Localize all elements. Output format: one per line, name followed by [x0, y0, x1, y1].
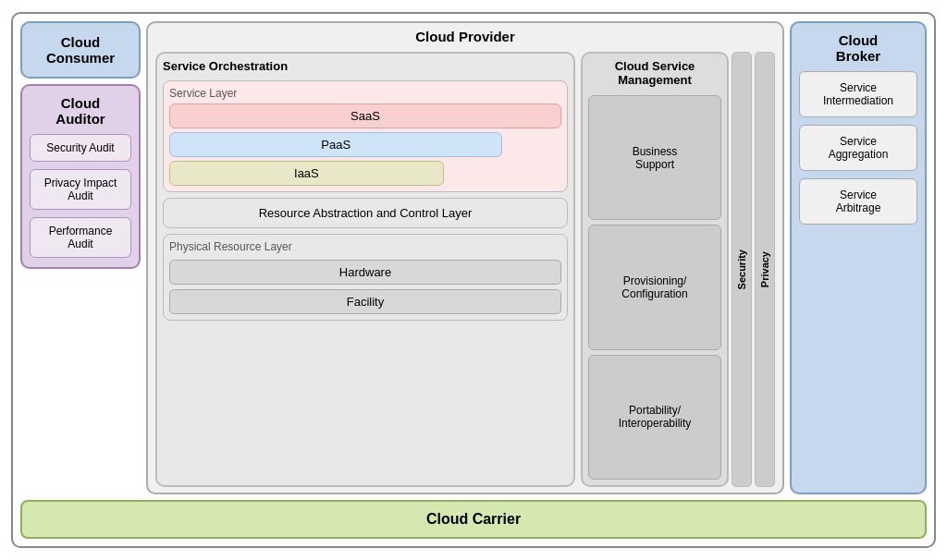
- left-column: CloudConsumer CloudAuditor Security Audi…: [20, 21, 141, 494]
- service-layer-box: Service Layer SaaS PaaS IaaS: [163, 80, 568, 192]
- cloud-auditor-box: CloudAuditor Security Audit Privacy Impa…: [20, 84, 141, 269]
- cloud-carrier-box: Cloud Carrier: [20, 500, 927, 539]
- cloud-provider-title: Cloud Provider: [155, 29, 775, 44]
- racl-box: Resource Abstraction and Control Layer: [163, 198, 568, 228]
- saas-box: SaaS: [169, 103, 561, 128]
- paas-box: PaaS: [169, 132, 502, 157]
- service-intermediation-item: ServiceIntermediation: [799, 71, 917, 117]
- cloud-auditor-title: CloudAuditor: [55, 95, 105, 127]
- service-layer-title: Service Layer: [169, 87, 561, 100]
- service-aggregation-item: ServiceAggregation: [799, 125, 917, 171]
- performance-audit-item: Performance Audit: [30, 217, 131, 258]
- csm-title: Cloud ServiceManagement: [588, 59, 721, 87]
- main-row: CloudConsumer CloudAuditor Security Audi…: [20, 21, 927, 494]
- physical-resource-layer-box: Physical Resource Layer Hardware Facilit…: [163, 234, 568, 321]
- service-arbitrage-item: ServiceArbitrage: [799, 178, 917, 225]
- privacy-impact-audit-item: Privacy Impact Audit: [30, 169, 131, 210]
- csm-portability: Portability/Interoperability: [588, 355, 721, 480]
- csm-business-support: BusinessSupport: [588, 95, 721, 220]
- privacy-bar: Privacy: [755, 52, 775, 487]
- privacy-bar-label: Privacy: [759, 251, 770, 287]
- cloud-provider-box: Cloud Provider Service Orchestration Ser…: [146, 21, 784, 494]
- cloud-broker-title: CloudBroker: [836, 32, 880, 64]
- service-orchestration-title: Service Orchestration: [163, 59, 568, 73]
- service-orchestration-box: Service Orchestration Service Layer SaaS…: [155, 52, 575, 487]
- physical-resource-layer-title: Physical Resource Layer: [169, 240, 561, 253]
- csm-wrapper: Cloud ServiceManagement BusinessSupport …: [581, 52, 775, 487]
- csm-main-box: Cloud ServiceManagement BusinessSupport …: [581, 52, 729, 487]
- facility-box: Facility: [169, 289, 561, 314]
- provider-inner: Service Orchestration Service Layer SaaS…: [155, 52, 775, 487]
- csm-provisioning: Provisioning/Configuration: [588, 225, 721, 349]
- security-bar-label: Security: [736, 250, 747, 289]
- iaas-box: IaaS: [169, 161, 444, 186]
- cloud-broker-box: CloudBroker ServiceIntermediation Servic…: [790, 21, 927, 494]
- security-bar: Security: [732, 52, 752, 487]
- diagram-wrapper: CloudConsumer CloudAuditor Security Audi…: [11, 12, 936, 548]
- security-audit-item: Security Audit: [30, 134, 131, 162]
- hardware-box: Hardware: [169, 260, 561, 285]
- cloud-consumer-title: CloudConsumer: [46, 34, 115, 66]
- cloud-consumer-box: CloudConsumer: [20, 21, 141, 79]
